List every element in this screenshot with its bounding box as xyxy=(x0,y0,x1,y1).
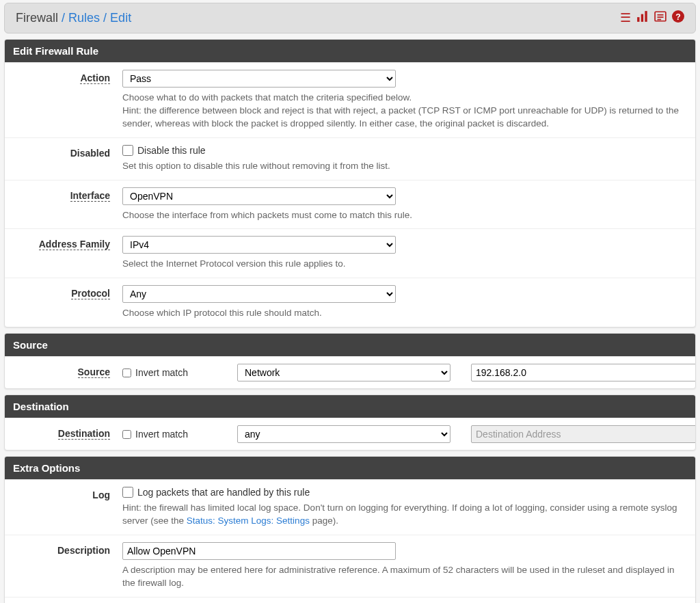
breadcrumb-root: Firewall xyxy=(16,11,58,25)
breadcrumb-mid[interactable]: Rules xyxy=(68,11,100,25)
help-log: Hint: the firewall has limited local log… xyxy=(122,502,687,528)
row-interface: Interface OpenVPN Choose the interface f… xyxy=(5,180,695,229)
row-destination: Destination Invert match any / xyxy=(5,418,695,450)
checkbox-src-invert[interactable] xyxy=(122,368,131,377)
label-src-invert: Invert match xyxy=(135,367,188,378)
label-disabled: Disabled xyxy=(70,148,110,159)
label-description: Description xyxy=(57,545,110,556)
select-interface[interactable]: OpenVPN xyxy=(122,187,396,205)
svg-rect-0 xyxy=(637,17,639,22)
help-icon[interactable]: ? xyxy=(672,10,684,26)
row-advanced: Advanced Options Display Advanced xyxy=(5,597,695,603)
svg-rect-2 xyxy=(645,11,647,22)
panel-extra: Extra Options Log Log packets that are h… xyxy=(4,456,696,603)
help-protocol: Choose which IP protocol this rule shoul… xyxy=(122,307,687,320)
select-src-type[interactable]: Network xyxy=(237,364,450,381)
page-header: Firewall / Rules / Edit ☰ ? xyxy=(4,3,696,34)
log-icon[interactable] xyxy=(654,10,667,26)
header-toolbar: ☰ ? xyxy=(620,10,684,26)
svg-text:?: ? xyxy=(675,12,681,22)
input-dst-address xyxy=(471,425,696,443)
select-action[interactable]: Pass xyxy=(122,70,396,88)
list-icon[interactable]: ☰ xyxy=(620,10,631,26)
label-protocol: Protocol xyxy=(71,288,110,299)
checkbox-log-label: Log packets that are handled by this rul… xyxy=(137,487,310,498)
label-dst-invert: Invert match xyxy=(135,429,188,440)
label-interface: Interface xyxy=(70,190,110,202)
checkbox-log[interactable] xyxy=(122,487,133,498)
panel-source: Source Source Invert match Network / 24 xyxy=(4,333,696,389)
checkbox-dst-invert[interactable] xyxy=(122,430,131,439)
label-source: Source xyxy=(78,366,110,378)
row-log: Log Log packets that are handled by this… xyxy=(5,479,695,535)
panel-heading-source: Source xyxy=(5,334,695,356)
label-destination: Destination xyxy=(58,428,110,440)
row-description: Description A description may be entered… xyxy=(5,535,695,597)
panel-heading-destination: Destination xyxy=(5,395,695,418)
select-protocol[interactable]: Any xyxy=(122,285,396,303)
label-log: Log xyxy=(92,490,110,500)
breadcrumb-leaf[interactable]: Edit xyxy=(110,11,131,25)
help-interface: Choose the interface from which packets … xyxy=(122,209,687,222)
checkbox-disable[interactable] xyxy=(122,145,133,156)
help-disabled: Set this option to disable this rule wit… xyxy=(122,160,687,173)
input-description[interactable] xyxy=(122,542,396,560)
panel-edit-rule: Edit Firewall Rule Action Pass Choose wh… xyxy=(4,39,696,327)
input-src-address[interactable] xyxy=(471,364,696,381)
panel-destination: Destination Destination Invert match any… xyxy=(4,394,696,451)
help-address-family: Select the Internet Protocol version thi… xyxy=(122,258,687,271)
help-description: A description may be entered here for ad… xyxy=(122,564,687,590)
link-syslog-settings[interactable]: Status: System Logs: Settings xyxy=(187,515,310,526)
row-source: Source Invert match Network / 24 xyxy=(5,356,695,388)
panel-heading-edit: Edit Firewall Rule xyxy=(5,40,695,62)
row-address-family: Address Family IPv4 Select the Internet … xyxy=(5,228,695,278)
select-address-family[interactable]: IPv4 xyxy=(122,236,396,254)
svg-rect-1 xyxy=(641,14,643,22)
checkbox-disable-label: Disable this rule xyxy=(137,145,206,156)
label-address-family: Address Family xyxy=(39,239,110,250)
label-action: Action xyxy=(80,72,110,84)
stats-icon[interactable] xyxy=(636,10,649,26)
help-action: Choose what to do with packets that matc… xyxy=(122,92,687,131)
breadcrumb: Firewall / Rules / Edit xyxy=(16,11,131,25)
panel-heading-extra: Extra Options xyxy=(5,457,695,479)
select-dst-type[interactable]: any xyxy=(237,425,450,443)
row-protocol: Protocol Any Choose which IP protocol th… xyxy=(5,278,695,327)
row-disabled: Disabled Disable this rule Set this opti… xyxy=(5,137,695,180)
row-action: Action Pass Choose what to do with packe… xyxy=(5,62,695,137)
